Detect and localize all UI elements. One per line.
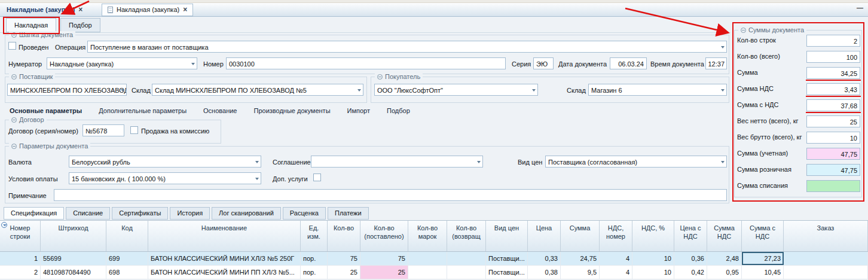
tab-nakladnaya[interactable]: Накладная: [6, 18, 56, 32]
table-cell[interactable]: [784, 266, 868, 279]
bottom-tab[interactable]: Расценка: [283, 207, 326, 220]
column-header[interactable]: Кол-во (поставлено): [360, 221, 408, 251]
table-cell[interactable]: БАТОН КЛАССИЧЕСКИЙ МИНИ ПП ХЛ/З №5...: [148, 266, 301, 279]
series-field[interactable]: ЭЮ: [533, 57, 554, 69]
close-icon[interactable]: ×: [183, 5, 187, 14]
param-tab[interactable]: Импорт: [339, 107, 378, 115]
bottom-tab[interactable]: Платежи: [328, 207, 369, 220]
collapse-icon[interactable]: [11, 74, 17, 80]
payment-terms-field[interactable]: 15 банковских дн. ( 100.000 %): [69, 172, 261, 184]
number-field[interactable]: 0030100: [226, 57, 506, 69]
table-cell[interactable]: [408, 266, 447, 279]
column-header[interactable]: Кол-во марок: [408, 221, 447, 251]
column-header[interactable]: Номер строки: [0, 221, 41, 251]
table-cell[interactable]: 4: [600, 266, 632, 279]
table-cell[interactable]: [408, 252, 447, 265]
column-header[interactable]: Заказ: [784, 221, 868, 251]
sum-value-field[interactable]: 3,43: [806, 83, 860, 95]
collapse-icon[interactable]: [11, 32, 17, 38]
table-cell[interactable]: 0,95: [707, 266, 742, 279]
column-header[interactable]: Вид цен: [486, 221, 528, 251]
collapse-icon[interactable]: [11, 117, 17, 123]
bottom-tab[interactable]: Лог сканирований: [212, 207, 281, 220]
table-cell[interactable]: 55699: [41, 252, 106, 265]
sum-value-field[interactable]: 47,75: [806, 164, 860, 176]
tab-invoice-document[interactable]: Накладная (закупка) ×: [102, 4, 193, 16]
sum-value-field[interactable]: 34,25: [806, 67, 860, 79]
tab-invoices-list[interactable]: Накладные (закупки) ×: [1, 4, 88, 16]
bottom-tab[interactable]: Спецификация: [4, 207, 64, 220]
column-header[interactable]: Цена: [528, 221, 561, 251]
table-cell[interactable]: БАТОН КЛАССИЧЕСКИЙ МИНИ ХЛ/З №5 250Г: [148, 252, 301, 265]
sum-value-field[interactable]: 2: [806, 35, 860, 47]
sum-value-field[interactable]: 100: [806, 51, 860, 63]
column-header[interactable]: Код: [106, 221, 148, 251]
column-header[interactable]: Кол-во: [328, 221, 360, 251]
table-cell[interactable]: 698: [106, 266, 148, 279]
sum-value-field[interactable]: 37,68: [806, 99, 860, 111]
table-cell[interactable]: 9,5: [561, 266, 600, 279]
table-cell[interactable]: пор.: [301, 266, 328, 279]
column-header[interactable]: Штрихкод: [41, 221, 106, 251]
services-checkbox[interactable]: [313, 174, 321, 181]
sum-value-field[interactable]: 47,75: [806, 148, 860, 160]
table-cell[interactable]: Поставщи...: [486, 266, 528, 279]
supplier-name-field[interactable]: МИНСКХЛЕБПРОМ ПО ХЛЕБОЗАВОД №5: [7, 84, 127, 96]
table-cell[interactable]: пор.: [301, 252, 328, 265]
table-cell[interactable]: 10,45: [742, 266, 784, 279]
table-row[interactable]: 155699699БАТОН КЛАССИЧЕСКИЙ МИНИ ХЛ/З №5…: [0, 252, 868, 266]
column-header[interactable]: Наименование: [148, 221, 301, 251]
table-cell[interactable]: 4: [600, 252, 632, 265]
column-header[interactable]: Цена с НДС: [674, 221, 707, 251]
agreement-field[interactable]: [311, 156, 483, 168]
table-cell[interactable]: 4810987084490: [41, 266, 106, 279]
table-cell[interactable]: [447, 266, 486, 279]
param-tab[interactable]: Производные документы: [246, 107, 339, 115]
numerator-field[interactable]: Накладные (закупка): [47, 57, 197, 69]
table-cell[interactable]: [447, 252, 486, 265]
table-cell[interactable]: 27,23: [742, 252, 784, 265]
close-icon[interactable]: ×: [78, 5, 82, 14]
column-header[interactable]: Сумма: [561, 221, 600, 251]
table-cell[interactable]: 2,48: [707, 252, 742, 265]
table-cell[interactable]: 24,75: [561, 252, 600, 265]
collapse-icon[interactable]: [377, 74, 383, 80]
table-cell[interactable]: 10: [632, 252, 674, 265]
param-tab[interactable]: Основные параметры: [1, 107, 90, 115]
table-cell[interactable]: 75: [328, 252, 360, 265]
sum-value-field[interactable]: 25: [806, 115, 860, 127]
param-tab[interactable]: Дополнительные параметры: [90, 107, 195, 115]
column-header[interactable]: НДС, номер: [600, 221, 632, 251]
collapse-icon[interactable]: [741, 28, 746, 33]
sum-value-field[interactable]: 10: [806, 132, 860, 144]
table-cell[interactable]: 75: [360, 252, 408, 265]
table-cell[interactable]: 0,33: [528, 252, 561, 265]
table-cell[interactable]: [784, 252, 868, 265]
bottom-tab[interactable]: Сертификаты: [112, 207, 168, 220]
supplier-warehouse-field[interactable]: Склад МИНСКХЛЕБПРОМ ПО ХЛЕБОЗАВОД №5: [152, 84, 363, 96]
column-header[interactable]: НДС, %: [632, 221, 674, 251]
commission-checkbox[interactable]: [130, 126, 138, 134]
column-header[interactable]: Сумма НДС: [707, 221, 742, 251]
price-kind-field[interactable]: Поставщика (согласованная): [545, 156, 727, 168]
table-cell[interactable]: 1: [0, 252, 41, 265]
table-cell[interactable]: 0,36: [674, 252, 707, 265]
bottom-tab[interactable]: Списание: [66, 207, 110, 220]
column-header[interactable]: Ед. изм.: [301, 221, 328, 251]
operation-field[interactable]: Поступление в магазин от поставщика: [87, 41, 727, 53]
table-cell[interactable]: 25: [360, 266, 408, 279]
time-field[interactable]: 12:37: [705, 57, 727, 69]
tab-podbor[interactable]: Подбор: [60, 18, 100, 32]
table-cell[interactable]: 0,38: [528, 266, 561, 279]
buyer-name-field[interactable]: ООО "ЛюксСофтОпт": [374, 84, 538, 96]
table-row[interactable]: 24810987084490698БАТОН КЛАССИЧЕСКИЙ МИНИ…: [0, 266, 868, 279]
minimize-icon[interactable]: —: [857, 4, 863, 12]
table-cell[interactable]: 699: [106, 252, 148, 265]
param-tab[interactable]: Основание: [195, 107, 245, 115]
table-cell[interactable]: Поставщи...: [486, 252, 528, 265]
note-field[interactable]: [54, 189, 727, 201]
column-header[interactable]: Сумма с НДС: [742, 221, 784, 251]
buyer-warehouse-field[interactable]: Магазин 6: [588, 84, 727, 96]
date-field[interactable]: 06.03.24: [610, 57, 647, 69]
param-tab[interactable]: Подбор: [378, 107, 418, 115]
